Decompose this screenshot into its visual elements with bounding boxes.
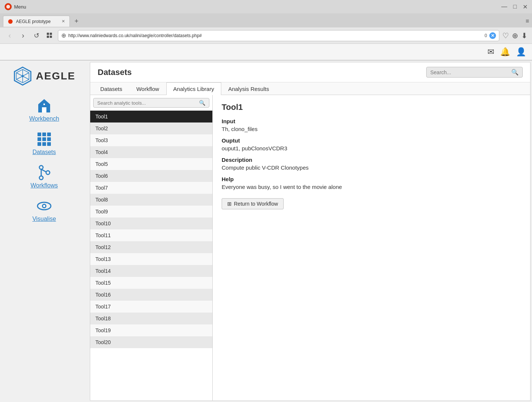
tool-search-icon[interactable]: 🔍 <box>199 100 205 106</box>
tool-list-item[interactable]: Tool13 <box>90 253 212 265</box>
tool-list-item[interactable]: Tool12 <box>90 241 212 253</box>
tool-list-item[interactable]: Tool10 <box>90 218 212 229</box>
header-search-input[interactable] <box>430 69 508 75</box>
maximize-button[interactable]: □ <box>513 3 517 10</box>
main-layout: AEGLE Workbench Data <box>0 61 532 402</box>
download-icon[interactable]: ⬇ <box>521 31 528 40</box>
description-value: Compute public V-CDR Clonotypes <box>222 164 521 171</box>
header-search-box[interactable]: 🔍 <box>426 67 523 78</box>
grid-icon <box>46 32 53 39</box>
browser-chrome: Menu — □ ✕ AEGLE prototype ✕ + ≡ ‹ › <box>0 0 532 61</box>
tool-list-item[interactable]: Tool16 <box>90 289 212 301</box>
svg-rect-6 <box>47 36 49 38</box>
svg-rect-17 <box>37 133 41 136</box>
address-bar[interactable]: ⊕ http://www.naliniedwards.co.uk/nalini/… <box>58 30 499 41</box>
tool-list-item[interactable]: Tool18 <box>90 313 212 324</box>
svg-rect-21 <box>42 137 46 141</box>
tab-analysis-results[interactable]: Analysis Results <box>221 82 276 95</box>
grid-button[interactable] <box>45 30 55 41</box>
tool-list-item[interactable]: Tool11 <box>90 229 212 241</box>
eye-icon <box>36 198 52 214</box>
output-section: Ouptut ouput1, pubClonosVCDR3 <box>222 137 521 151</box>
output-label: Ouptut <box>222 137 521 144</box>
address-x-icon[interactable]: ✕ <box>489 32 496 39</box>
tool-detail-panel: Tool1 Input Th, clono_files Ouptut ouput… <box>213 95 530 401</box>
sidebar-item-visualise[interactable]: Visualise <box>0 195 88 225</box>
svg-rect-7 <box>50 36 52 38</box>
svg-rect-15 <box>42 107 46 112</box>
tool-list-item[interactable]: Tool19 <box>90 324 212 336</box>
tab-menu-button[interactable]: ≡ <box>526 18 529 24</box>
tool-list: Tool1Tool2Tool3Tool4Tool5Tool6Tool7Tool8… <box>90 111 212 401</box>
extensions-icon[interactable]: ⊕ <box>512 31 518 40</box>
help-value: Everyone was busy, so I went to the movi… <box>222 184 521 190</box>
tab-close-button[interactable]: ✕ <box>62 19 65 24</box>
tool-list-item[interactable]: Tool14 <box>90 265 212 277</box>
svg-rect-20 <box>37 137 41 141</box>
title-bar: Menu — □ ✕ <box>0 0 532 13</box>
tab-workflow[interactable]: Workflow <box>129 82 166 95</box>
address-globe-icon: ⊕ <box>61 32 66 39</box>
svg-point-1 <box>6 5 10 9</box>
svg-point-28 <box>46 171 50 174</box>
tab-datasets[interactable]: Datasets <box>93 82 129 95</box>
svg-rect-22 <box>47 137 51 141</box>
content-header: Datasets 🔍 <box>90 62 530 82</box>
mail-icon[interactable]: ✉ <box>487 47 494 57</box>
grid-datasets-icon <box>36 131 52 147</box>
tool-list-item[interactable]: Tool15 <box>90 277 212 289</box>
reload-button[interactable]: ↺ <box>31 30 42 41</box>
svg-rect-4 <box>47 33 49 35</box>
close-button[interactable]: ✕ <box>523 3 528 10</box>
tool-list-item[interactable]: Tool6 <box>90 170 212 182</box>
tool-detail-title: Tool1 <box>222 102 521 112</box>
tabs-bar: Datasets Workflow Analytics Library Anal… <box>90 82 530 95</box>
return-to-workflow-button[interactable]: ⊞ Return to Workflow <box>222 198 284 209</box>
user-icon[interactable]: 👤 <box>516 47 526 57</box>
back-button[interactable]: ‹ <box>4 30 15 41</box>
content-split: 🔍 Tool1Tool2Tool3Tool4Tool5Tool6Tool7Too… <box>90 95 530 401</box>
minimize-button[interactable]: — <box>501 3 507 10</box>
sidebar-label-datasets: Datasets <box>32 149 56 156</box>
input-label: Input <box>222 118 521 124</box>
new-tab-button[interactable]: + <box>71 16 82 26</box>
tool-list-item[interactable]: Tool17 <box>90 301 212 313</box>
bell-icon[interactable]: 🔔 <box>500 47 510 57</box>
tool-list-item[interactable]: Tool20 <box>90 336 212 348</box>
tool-search-box[interactable]: 🔍 <box>93 98 209 108</box>
tool-list-item[interactable]: Tool9 <box>90 206 212 218</box>
tab-analytics-library[interactable]: Analytics Library <box>166 82 221 95</box>
nav-bar: ‹ › ↺ ⊕ http://www.naliniedwards.co.uk/n… <box>0 27 532 44</box>
sidebar-item-datasets[interactable]: Datasets <box>0 128 88 158</box>
tool-list-panel: 🔍 Tool1Tool2Tool3Tool4Tool5Tool6Tool7Too… <box>90 95 213 401</box>
tool-list-item[interactable]: Tool1 <box>90 111 212 122</box>
tool-list-item[interactable]: Tool4 <box>90 146 212 158</box>
sidebar-label-workflows: Workflows <box>30 182 58 189</box>
tool-search-input[interactable] <box>97 100 197 106</box>
sidebar: AEGLE Workbench Data <box>0 61 88 402</box>
browser-tab[interactable]: AEGLE prototype ✕ <box>3 16 70 27</box>
svg-rect-5 <box>50 33 52 35</box>
svg-rect-25 <box>47 142 51 146</box>
sidebar-label-workbench: Workbench <box>29 115 59 122</box>
sidebar-item-workbench[interactable]: Workbench <box>0 95 88 125</box>
svg-point-13 <box>22 75 24 77</box>
header-search-icon[interactable]: 🔍 <box>511 69 519 76</box>
logo-text: AEGLE <box>36 70 75 82</box>
tool-list-item[interactable]: Tool5 <box>90 158 212 170</box>
input-section: Input Th, clono_files <box>222 118 521 132</box>
heart-icon[interactable]: ♡ <box>502 31 509 40</box>
description-section: Description Compute public V-CDR Clonoty… <box>222 157 521 171</box>
tool-list-item[interactable]: Tool2 <box>90 122 212 134</box>
sidebar-item-workflows[interactable]: Workflows <box>0 161 88 192</box>
svg-rect-18 <box>42 133 46 136</box>
tool-list-item[interactable]: Tool3 <box>90 134 212 146</box>
address-x-count: 0 <box>484 33 487 38</box>
tool-list-item[interactable]: Tool7 <box>90 182 212 194</box>
aegle-logo-icon <box>13 66 32 86</box>
help-section: Help Everyone was busy, so I went to the… <box>222 176 521 190</box>
svg-point-3 <box>8 19 13 24</box>
forward-button[interactable]: › <box>18 30 28 41</box>
tool-list-item[interactable]: Tool8 <box>90 194 212 206</box>
help-label: Help <box>222 176 521 182</box>
